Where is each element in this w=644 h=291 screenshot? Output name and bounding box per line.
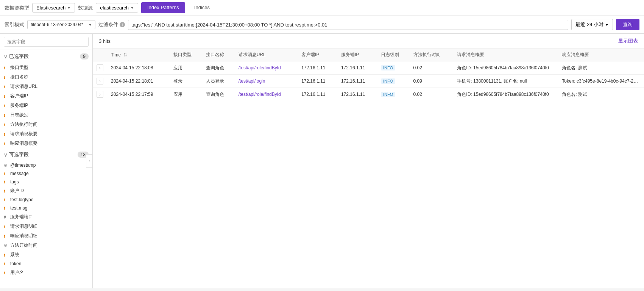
clock-icon: ⊙: [4, 163, 8, 168]
row-request-url: /test/api/role/findById: [235, 88, 298, 101]
field-item-tags[interactable]: t tags: [0, 178, 92, 186]
row-expand-cell: ›: [93, 88, 107, 101]
row-expand-button[interactable]: ›: [97, 64, 103, 71]
row-request-url: /test/api/role/findById: [235, 61, 298, 75]
tab-index-patterns[interactable]: Index Patterns: [141, 2, 185, 13]
available-fields-header[interactable]: ∨ 可选字段 13: [0, 148, 92, 161]
field-type-icon: t: [4, 171, 8, 176]
field-item-log-level[interactable]: t 日志级别: [0, 110, 92, 120]
row-response-summary: 角色名: 测试: [558, 61, 644, 75]
table-row: › 2024-04-15 22:18:01 登录 人员登录 /test/api/…: [93, 75, 644, 88]
field-item-client-ip[interactable]: t 客户端IP: [0, 91, 92, 101]
datasource-dropdown[interactable]: elasticsearch ▼: [96, 3, 138, 13]
row-expand-button[interactable]: ›: [97, 91, 103, 98]
datasource-label: 数据源: [78, 5, 93, 11]
selected-fields-collapse-icon: ∨: [4, 54, 8, 59]
col-request-url: 请求消息URL: [235, 48, 298, 61]
table-header-row: Time ⇅ 接口类型 接口名称 请求消息URL 客户端IP 服务端IP 日志级…: [93, 48, 644, 61]
col-request-summary: 请求消息概要: [453, 48, 558, 61]
field-type-icon: t: [4, 253, 8, 257]
row-interface-type: 登录: [170, 75, 202, 88]
field-item-request-detail[interactable]: t 请求消息明细: [0, 222, 92, 231]
tab-indices[interactable]: Indices: [188, 2, 216, 13]
field-type-icon: t: [4, 180, 8, 184]
field-type-icon: t: [4, 271, 8, 275]
field-type-icon: t: [4, 66, 8, 70]
col-log-level: 日志级别: [377, 48, 410, 61]
field-item-request-url[interactable]: t 请求消息URL: [0, 82, 92, 91]
field-type-icon: t: [4, 84, 8, 89]
field-item-system[interactable]: t 系统: [0, 250, 92, 260]
field-item-response-summary[interactable]: t 响应消息概要: [0, 139, 92, 148]
chevron-down-icon: ▼: [67, 6, 71, 10]
col-client-ip: 客户端IP: [298, 48, 337, 61]
field-type-icon: t: [4, 132, 8, 136]
show-chart-link[interactable]: 显示图表: [618, 38, 638, 44]
sort-icon: ⇅: [123, 52, 127, 58]
row-interface-name: 查询角色: [202, 61, 235, 75]
field-type-icon: t: [4, 224, 8, 229]
row-time: 2024-04-15 22:18:01: [107, 75, 170, 88]
row-interface-name: 人员登录: [202, 75, 235, 88]
top-bar: 数据源类型 Elasticsearch ▼ 数据源 elasticsearch …: [0, 0, 644, 16]
field-item-interface-name[interactable]: t 接口名称: [0, 72, 92, 82]
row-expand-button[interactable]: ›: [97, 78, 103, 84]
row-interface-type: 应用: [170, 88, 202, 101]
field-type-icon: t: [4, 234, 8, 238]
chevron-down-icon: ▼: [130, 6, 134, 10]
field-type-icon: t: [4, 206, 8, 210]
field-item-exec-time[interactable]: t 方法执行时间: [0, 120, 92, 129]
field-item-test-logtype[interactable]: t test.logtype: [0, 196, 92, 204]
col-time[interactable]: Time ⇅: [107, 48, 170, 61]
field-item-username[interactable]: t 用户名: [0, 268, 92, 277]
field-item-account-id[interactable]: t 账户ID: [0, 186, 92, 196]
field-item-timestamp[interactable]: ⊙ @timestamp: [0, 161, 92, 169]
search-input[interactable]: [4, 37, 89, 47]
field-type-icon: t: [4, 197, 8, 202]
field-type-icon: t: [4, 113, 8, 117]
sidebar-collapse-toggle[interactable]: ‹: [86, 154, 93, 168]
index-mode-label: 索引模式: [5, 21, 24, 28]
field-item-server-ip[interactable]: t 服务端IP: [0, 101, 92, 110]
row-server-ip: 172.16.1.11: [337, 75, 377, 88]
available-fields-collapse-icon: ∨: [4, 152, 8, 158]
col-expand: [93, 48, 107, 61]
row-time: 2024-04-15 22:18:08: [107, 61, 170, 75]
filter-bar: 索引模式 filebeat-6.13-ser-2024.04* ▼ 过滤条件 i…: [0, 16, 644, 34]
query-button[interactable]: 查询: [616, 19, 639, 30]
time-select-dropdown[interactable]: 最近 24 小时 ▼: [571, 19, 613, 30]
field-item-response-detail[interactable]: t 响应消息明细: [0, 231, 92, 241]
table-row: › 2024-04-15 22:18:08 应用 查询角色 /test/api/…: [93, 61, 644, 75]
field-type-icon: t: [4, 122, 8, 127]
field-item-request-summary[interactable]: t 请求消息概要: [0, 129, 92, 139]
field-item-message[interactable]: t message: [0, 169, 92, 178]
row-log-level: INFO: [377, 75, 410, 88]
row-request-summary: 手机号: 13800011131, 账户名: null: [453, 75, 558, 88]
hits-count: 3 hits: [99, 38, 111, 44]
row-log-level: INFO: [377, 88, 410, 101]
row-exec-time: 0.09: [410, 75, 454, 88]
field-item-method-start-time[interactable]: ⊙ 方法开始时间: [0, 241, 92, 250]
field-item-interface-type[interactable]: t 接口类型: [0, 63, 92, 72]
row-log-level: INFO: [377, 61, 410, 75]
collapse-icon: ‹: [89, 159, 90, 163]
data-table: Time ⇅ 接口类型 接口名称 请求消息URL 客户端IP 服务端IP 日志级…: [93, 48, 644, 101]
field-item-token[interactable]: t token: [0, 260, 92, 268]
row-request-url: /test/api/login: [235, 75, 298, 88]
index-mode-select[interactable]: filebeat-6.13-ser-2024.04* ▼: [27, 20, 95, 29]
selected-fields-header[interactable]: ∨ 已选字段 9: [0, 50, 92, 63]
field-item-test-msg[interactable]: t test.msg: [0, 204, 92, 212]
filter-input[interactable]: [128, 20, 568, 30]
row-exec-time: 0.02: [410, 61, 454, 75]
datasource-type-dropdown[interactable]: Elasticsearch ▼: [32, 3, 75, 13]
field-item-server-port[interactable]: # 服务端端口: [0, 212, 92, 222]
col-interface-type: 接口类型: [170, 48, 202, 61]
col-interface-name: 接口名称: [202, 48, 235, 61]
row-response-summary: Token: c3fc495e-8e19-4b0c-94c7-2e72f24..…: [558, 75, 644, 88]
info-icon: i: [120, 22, 125, 27]
hits-bar: 3 hits 显示图表: [93, 34, 644, 48]
content-area: 3 hits 显示图表 Time ⇅ 接口类型 接口名称 请求消息URL 客户端…: [93, 34, 644, 288]
chevron-down-icon: ▼: [88, 23, 92, 27]
sidebar-search-area: [0, 34, 92, 50]
field-type-icon: t: [4, 261, 8, 266]
